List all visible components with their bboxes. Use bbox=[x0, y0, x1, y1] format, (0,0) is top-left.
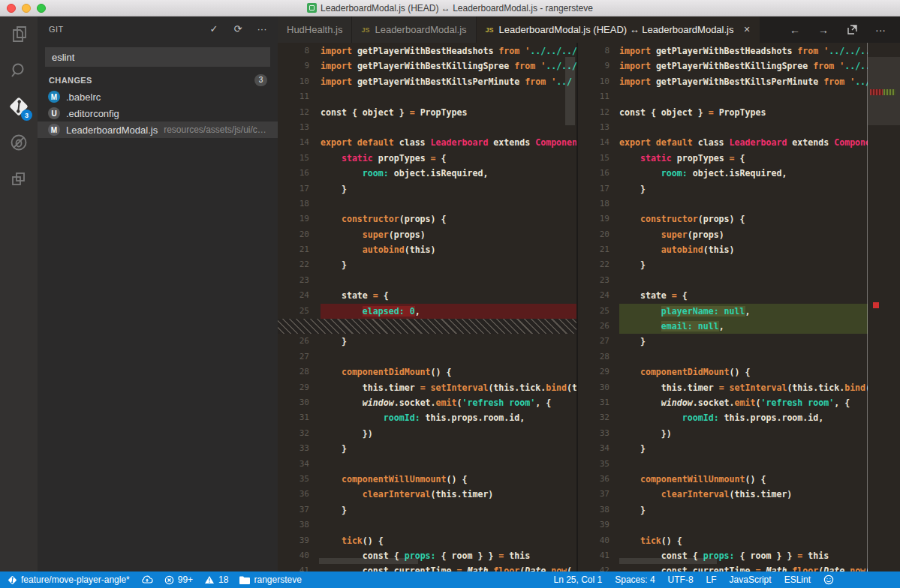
line-number: 24 bbox=[278, 288, 321, 303]
status-item-git-branch[interactable]: feature/move-player-angle* bbox=[8, 574, 130, 585]
activity-extensions-icon[interactable] bbox=[0, 160, 38, 196]
overview-deleted-mark bbox=[870, 89, 883, 95]
status-item-label: ESLint bbox=[784, 574, 811, 585]
status-bar-right: Ln 25, Col 1Spaces: 4UTF-8LFJavaScriptES… bbox=[554, 574, 900, 585]
code-line: 26 email: null, bbox=[578, 319, 868, 334]
split-editor-icon[interactable] bbox=[846, 24, 858, 36]
status-item-error[interactable]: 99+ bbox=[164, 574, 193, 585]
activity-search-icon[interactable] bbox=[0, 52, 38, 88]
code-line: 10import getPlayerWithBestKillsPerMinute… bbox=[278, 74, 576, 89]
line-number: 42 bbox=[578, 563, 619, 572]
line-number: 9 bbox=[578, 58, 619, 74]
code-line: 22 } bbox=[278, 257, 576, 272]
changed-files-list: M.babelrcU.editorconfigMLeaderboardModal… bbox=[38, 88, 278, 138]
status-item-label: rangersteve bbox=[254, 574, 301, 585]
line-number: 15 bbox=[578, 151, 619, 166]
code-line: 35 componentWillUnmount() { bbox=[278, 472, 576, 487]
line-number: 18 bbox=[578, 196, 619, 212]
activity-debug-icon[interactable] bbox=[0, 124, 38, 160]
line-number: 39 bbox=[278, 533, 321, 548]
navigate-forward-icon[interactable]: → bbox=[817, 24, 829, 36]
javascript-file-icon: JS bbox=[486, 26, 494, 34]
status-item-label: Ln 25, Col 1 bbox=[554, 574, 603, 585]
line-number: 36 bbox=[278, 487, 321, 502]
status-item-smiley[interactable] bbox=[823, 574, 834, 585]
more-actions-icon[interactable]: ··· bbox=[874, 24, 886, 36]
status-item-lf[interactable]: LF bbox=[706, 574, 717, 585]
tabs: HudHealth.jsJSLeaderboardModal.jsJSLeade… bbox=[278, 16, 760, 43]
diff-filler-row bbox=[278, 319, 576, 334]
code-line: 36 clearInterval(this.timer) bbox=[278, 487, 576, 502]
code-line: 14export default class Leaderboard exten… bbox=[578, 135, 868, 150]
overview-ruler-cursor-line bbox=[867, 43, 868, 572]
status-item-folder[interactable]: rangersteve bbox=[239, 574, 301, 585]
git-status-badge: M bbox=[48, 124, 60, 136]
code-line: 35 bbox=[578, 457, 868, 472]
code-line: 8import getPlayerWithBestHeadshots from … bbox=[278, 44, 576, 58]
line-number: 8 bbox=[578, 44, 619, 58]
tab-bar: HudHealth.jsJSLeaderboardModal.jsJSLeade… bbox=[278, 16, 900, 43]
line-number: 33 bbox=[578, 426, 619, 441]
line-number: 14 bbox=[278, 135, 321, 150]
code-line: 29 componentDidMount() { bbox=[578, 364, 868, 380]
commit-button[interactable]: ✓ bbox=[207, 22, 221, 35]
tab-close-icon[interactable]: ✕ bbox=[744, 25, 751, 34]
line-number: 36 bbox=[578, 472, 619, 487]
status-item-label: LF bbox=[706, 574, 717, 585]
commit-message-input[interactable] bbox=[45, 47, 270, 67]
code-line: 23 bbox=[578, 273, 868, 288]
line-number: 23 bbox=[578, 273, 619, 288]
navigate-back-icon[interactable]: ← bbox=[789, 24, 801, 36]
status-item-utf-8[interactable]: UTF-8 bbox=[668, 574, 694, 585]
tab-inactive[interactable]: JSLeaderboardModal.js bbox=[352, 16, 476, 43]
status-item-ln-25-col-1[interactable]: Ln 25, Col 1 bbox=[554, 574, 603, 585]
code-line: 24 state = { bbox=[578, 288, 868, 303]
diff-original-pane[interactable]: 8import getPlayerWithBestHeadshots from … bbox=[278, 43, 576, 572]
code-line: 27 } bbox=[578, 334, 868, 349]
activity-explorer-icon[interactable] bbox=[0, 16, 38, 52]
line-number: 11 bbox=[278, 89, 321, 104]
tab-inactive[interactable]: HudHealth.js bbox=[278, 16, 352, 43]
more-button[interactable]: ··· bbox=[255, 22, 269, 35]
right-horizontal-scrollbar[interactable] bbox=[619, 558, 717, 564]
code-line: 12const { object } = PropTypes bbox=[578, 105, 868, 120]
status-item-javascript[interactable]: JavaScript bbox=[730, 574, 772, 585]
tab-active[interactable]: JSLeaderboardModal.js (HEAD) ↔ Leaderboa… bbox=[477, 16, 760, 43]
code-line: 13 bbox=[278, 120, 576, 135]
changed-file-row[interactable]: U.editorconfig bbox=[38, 105, 278, 122]
status-item-warning[interactable]: 18 bbox=[204, 574, 228, 585]
code-line: 34 } bbox=[578, 441, 868, 456]
line-number: 12 bbox=[578, 105, 619, 120]
status-item-spaces-4[interactable]: Spaces: 4 bbox=[615, 574, 655, 585]
code-line: 39 tick() { bbox=[278, 533, 576, 548]
code-line: 40 tick() { bbox=[578, 533, 868, 548]
line-number: 32 bbox=[578, 410, 619, 425]
code-line: 30 this.timer = setInterval(this.tick.bi… bbox=[578, 380, 868, 395]
left-horizontal-scrollbar[interactable] bbox=[319, 558, 418, 564]
code-line: 41 const currentTime = Math.floor(Date.n… bbox=[278, 563, 576, 572]
code-line: 30 window.socket.emit('refresh room', { bbox=[278, 395, 576, 410]
status-item-cloud-upload[interactable] bbox=[141, 575, 153, 584]
changed-file-row[interactable]: M.babelrc bbox=[38, 88, 278, 105]
line-number: 17 bbox=[278, 182, 321, 196]
app-document-icon bbox=[307, 3, 317, 13]
refresh-button[interactable]: ⟳ bbox=[231, 22, 245, 35]
line-number: 26 bbox=[578, 319, 619, 334]
code-line: 18 bbox=[278, 196, 576, 212]
line-number: 10 bbox=[578, 74, 619, 89]
file-name: .babelrc bbox=[66, 92, 101, 103]
code-line: 33 } bbox=[278, 441, 576, 456]
code-line: 24 state = { bbox=[278, 288, 576, 303]
left-vertical-scrollbar[interactable] bbox=[565, 57, 575, 125]
diff-modified-pane[interactable]: 8import getPlayerWithBestHeadshots from … bbox=[578, 43, 900, 572]
code-line: 31 roomId: this.props.room.id, bbox=[278, 410, 576, 425]
warning-icon bbox=[204, 575, 215, 584]
activity-source-control-icon[interactable]: 3 bbox=[0, 88, 38, 124]
line-number: 11 bbox=[578, 89, 619, 104]
status-item-eslint[interactable]: ESLint bbox=[784, 574, 811, 585]
changed-file-row[interactable]: MLeaderboardModal.jsresources/assets/js/… bbox=[38, 122, 278, 138]
code-line: 27 bbox=[278, 350, 576, 364]
vscode-window: LeaderboardModal.js (HEAD) ↔ Leaderboard… bbox=[0, 0, 900, 588]
changes-section-header[interactable]: CHANGES 3 bbox=[38, 71, 278, 88]
line-number: 10 bbox=[278, 74, 321, 89]
